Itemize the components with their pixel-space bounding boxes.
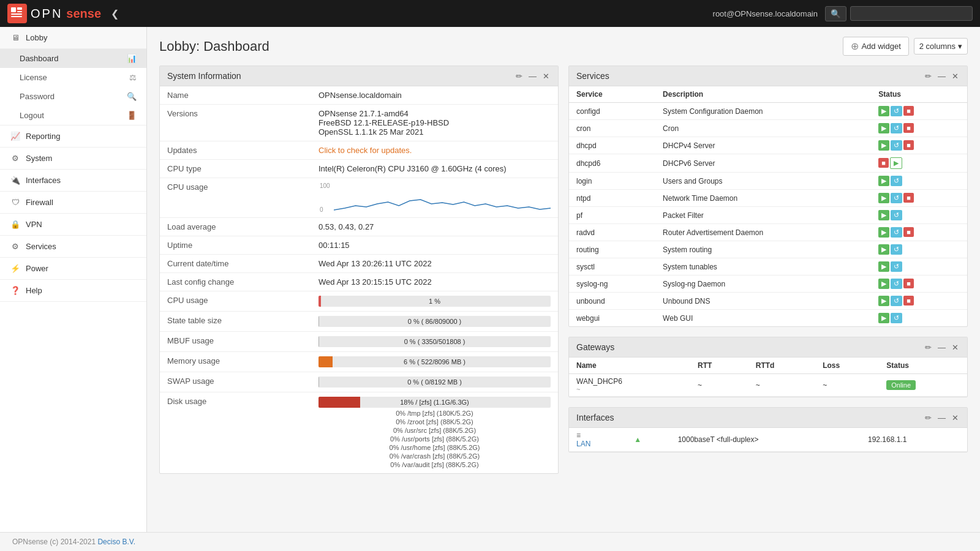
service-start-button[interactable]: ▶ <box>878 123 889 133</box>
iface-icon: ≡ <box>576 431 581 440</box>
service-start-button[interactable]: ▶ <box>878 227 889 238</box>
dashboard-icon: 📊 <box>127 54 137 63</box>
services-close-button[interactable]: ✕ <box>951 72 960 81</box>
gateways-edit-button[interactable]: ✏ <box>924 343 933 352</box>
system-info-edit-button[interactable]: ✏ <box>514 72 524 81</box>
power-icon: ⚡ <box>10 264 21 273</box>
table-row: State table size 0 % ( 86/809000 ) <box>160 312 558 332</box>
service-restart-button[interactable]: ↺ <box>891 279 902 289</box>
update-link[interactable]: Click to check for updates. <box>318 146 412 155</box>
interfaces-edit-button[interactable]: ✏ <box>924 413 933 422</box>
service-start-button[interactable]: ▶ <box>878 193 889 203</box>
iface-ip: 192.168.1.1 <box>861 428 967 452</box>
date-label: Current date/time <box>160 255 311 273</box>
service-start-button[interactable]: ▶ <box>878 261 889 272</box>
sidebar-item-firewall[interactable]: 🛡 Firewall <box>0 192 146 214</box>
service-restart-button[interactable]: ↺ <box>891 261 902 272</box>
service-restart-button[interactable]: ↺ <box>891 244 902 255</box>
service-restart-button[interactable]: ↺ <box>891 176 902 186</box>
service-name: login <box>569 173 655 190</box>
gateways-close-button[interactable]: ✕ <box>951 343 960 352</box>
sidebar-item-license[interactable]: License ⚖ <box>0 68 146 87</box>
system-info-widget-header: System Information ✏ — ✕ <box>160 66 558 86</box>
gateways-minimize-button[interactable]: — <box>937 343 947 352</box>
service-restart-button[interactable]: ↺ <box>891 210 902 220</box>
iface-link[interactable]: LAN <box>576 440 619 448</box>
service-stop-button[interactable]: ■ <box>903 123 914 133</box>
service-start-button[interactable]: ▶ <box>878 296 889 306</box>
swap-cell: 0 % ( 0/8192 MB ) <box>311 372 558 392</box>
service-start-button[interactable]: ▶ <box>878 244 889 255</box>
sidebar-item-reporting[interactable]: 📈 Reporting <box>0 126 146 148</box>
sidebar-item-interfaces[interactable]: 🔌 Interfaces <box>0 170 146 192</box>
sidebar-item-services[interactable]: ⚙ Services <box>0 236 146 258</box>
service-description: DHCPv6 Server <box>655 154 871 173</box>
services-minimize-button[interactable]: — <box>937 72 947 81</box>
service-name: unbound <box>569 293 655 310</box>
service-start-button[interactable]: ▶ <box>878 313 889 323</box>
sidebar-item-vpn[interactable]: 🔒 VPN <box>0 214 146 236</box>
service-stop-button[interactable]: ■ <box>903 296 914 305</box>
service-restart-button[interactable]: ↺ <box>891 296 902 306</box>
add-widget-button[interactable]: ⊕ Add widget <box>843 37 908 56</box>
service-restart-button[interactable]: ↺ <box>891 106 902 116</box>
footer-link[interactable]: Deciso B.V. <box>97 538 135 546</box>
service-stop-button[interactable]: ■ <box>903 227 914 237</box>
table-row: Updates Click to check for updates. <box>160 141 558 160</box>
search-input[interactable] <box>850 6 973 21</box>
service-restart-button[interactable]: ↺ <box>891 313 902 323</box>
search-icon-button[interactable]: 🔍 <box>825 6 846 21</box>
cpu-bar-label: CPU usage <box>160 291 311 312</box>
services-title: Services <box>576 71 609 81</box>
service-start-button[interactable]: ▶ <box>878 140 889 151</box>
sidebar-item-power[interactable]: ⚡ Power <box>0 258 146 280</box>
service-stop-button[interactable]: ■ <box>903 140 914 150</box>
sidebar-item-help[interactable]: ❓ Help <box>0 280 146 302</box>
service-start-button[interactable]: ▶ <box>878 279 889 289</box>
svg-rect-4 <box>11 16 22 17</box>
sidebar: 🖥 Lobby Dashboard 📊 License ⚖ Password 🔍… <box>0 27 147 532</box>
service-play-button[interactable]: ▶ <box>890 157 902 169</box>
service-restart-button[interactable]: ↺ <box>891 227 902 238</box>
sidebar-item-logout[interactable]: Logout 🚪 <box>0 106 146 125</box>
service-start-button[interactable]: ▶ <box>878 106 889 116</box>
sidebar-item-dashboard[interactable]: Dashboard 📊 <box>0 49 146 68</box>
service-start-button[interactable]: ▶ <box>878 176 889 186</box>
services-body: Service Description Status configdSystem… <box>569 86 967 326</box>
updates-label: Updates <box>160 141 311 160</box>
collapse-sidebar-button[interactable]: ❮ <box>111 8 119 20</box>
system-info-close-button[interactable]: ✕ <box>541 72 551 81</box>
service-restart-button[interactable]: ↺ <box>891 193 902 203</box>
sidebar-item-password[interactable]: Password 🔍 <box>0 87 146 106</box>
services-widget-header: Services ✏ — ✕ <box>569 66 967 86</box>
service-stop-button[interactable]: ■ <box>878 158 889 168</box>
service-stop-button[interactable]: ■ <box>903 106 914 116</box>
interfaces-minimize-button[interactable]: — <box>937 413 947 422</box>
sidebar-item-system[interactable]: ⚙ System <box>0 148 146 170</box>
gateways-widget: Gateways ✏ — ✕ Name RTT <box>568 337 968 397</box>
table-row: Name OPNsense.localdomain <box>160 86 558 105</box>
service-description: Web GUI <box>655 310 871 327</box>
versions-label: Versions <box>160 105 311 141</box>
service-status: ▶↺■ <box>871 293 967 310</box>
service-stop-button[interactable]: ■ <box>903 279 914 288</box>
columns-select[interactable]: 2 columns ▾ <box>914 38 968 54</box>
services-header-row: Service Description Status <box>569 86 967 103</box>
service-start-button[interactable]: ▶ <box>878 210 889 220</box>
service-stop-button[interactable]: ■ <box>903 193 914 203</box>
service-description: Unbound DNS <box>655 293 871 310</box>
logo-sense: sense <box>66 7 101 21</box>
gateways-header-row: Name RTT RTTd Loss Status <box>569 358 967 374</box>
dashboard-grid: System Information ✏ — ✕ Name OPNsense.l… <box>159 66 968 474</box>
app-body: 🖥 Lobby Dashboard 📊 License ⚖ Password 🔍… <box>0 27 980 532</box>
service-restart-button[interactable]: ↺ <box>891 123 902 133</box>
sidebar-help-label: Help <box>26 286 42 295</box>
table-row: Last config change Wed Apr 13 20:15:15 U… <box>160 273 558 291</box>
services-edit-button[interactable]: ✏ <box>924 72 933 81</box>
service-restart-button[interactable]: ↺ <box>891 140 902 151</box>
interfaces-close-button[interactable]: ✕ <box>951 413 960 422</box>
sidebar-item-lobby[interactable]: 🖥 Lobby <box>0 27 146 49</box>
system-info-minimize-button[interactable]: — <box>527 72 538 81</box>
logout-icon: 🚪 <box>127 111 137 120</box>
gateways-title: Gateways <box>576 342 614 352</box>
